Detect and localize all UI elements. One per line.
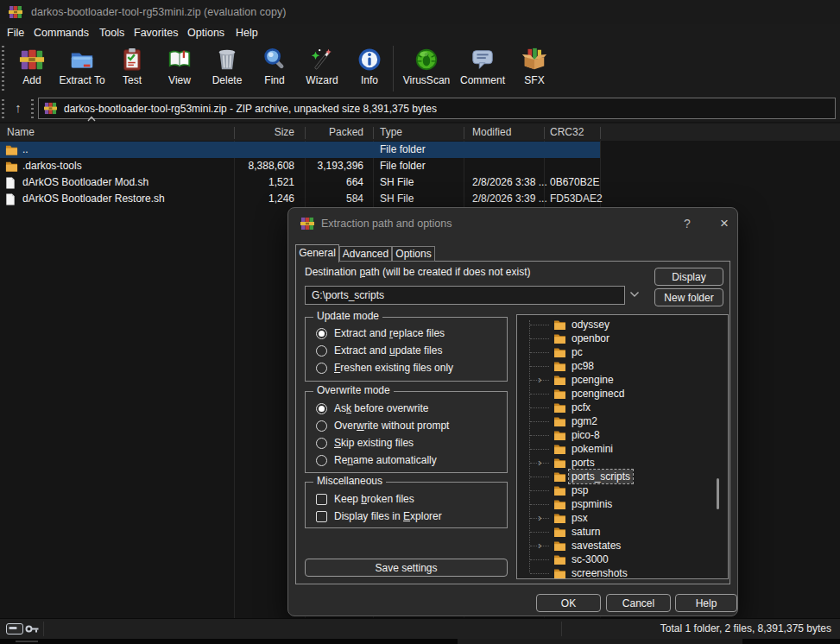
radio-skip-existing[interactable]: Skip existing files [316,436,414,450]
toolbar-button-sfx[interactable]: SFX [509,47,559,86]
tree-item-saturn[interactable]: saturn [517,525,728,539]
radio-extract-update[interactable]: Extract and update files [316,344,442,357]
tree-item-pcenginecd[interactable]: pcenginecd [517,387,728,401]
tree-item-screenshots[interactable]: screenshots [517,566,728,579]
help-button[interactable]: Help [675,594,737,612]
menu-options[interactable]: Options [187,27,224,39]
tree-connector [530,532,549,533]
cancel-button[interactable]: Cancel [606,594,671,612]
dialog-titlebar: Extraction path and options [300,217,452,230]
tab-general[interactable]: General [295,244,339,262]
background-window-fragment [458,639,742,644]
tree-connector [530,352,549,353]
toolbar-button-add[interactable]: Add [7,47,57,86]
tree-item-label: pspminis [572,497,612,511]
folder-icon [553,540,566,553]
folder-icon [553,458,566,470]
toolbar-button-find[interactable]: Find [249,47,300,86]
table-row-darkos-tools[interactable]: .darkos-tools 8,388,608 3,193,396 File f… [0,158,600,174]
tree-item-odyssey[interactable]: odyssey [517,318,728,331]
toolbar-button-test[interactable]: Test [107,47,157,86]
tree-scrollbar[interactable] [717,478,719,509]
column-modified[interactable]: Modified [472,126,511,138]
tree-item-psx[interactable]: ›psx [517,511,728,525]
combo-dropdown-icon[interactable] [629,291,640,298]
folder-icon [553,333,566,346]
disk-icon[interactable] [6,623,23,635]
tree-item-pc[interactable]: pc [517,345,728,359]
tree-item-pc98[interactable]: pc98 [517,359,728,373]
tree-item-pgm2[interactable]: pgm2 [517,414,728,428]
tab-advanced[interactable]: Advanced [339,246,392,262]
address-input[interactable]: darkos-bootloader-tool-rg53mini.zip - ZI… [38,98,836,119]
menu-bar: File Commands Tools Favorites Options He… [0,24,840,42]
new-folder-button[interactable]: New folder [654,288,723,306]
dialog-help-icon[interactable]: ? [679,215,696,232]
toolbar-button-extract-to[interactable]: Extract To [57,47,107,86]
folder-icon [553,402,566,415]
view-book-icon [167,47,193,73]
radio-overwrite-without-prompt[interactable]: Overwrite without prompt [316,419,449,432]
save-settings-button[interactable]: Save settings [305,559,508,577]
chevron-right-icon[interactable]: › [538,373,548,387]
tree-item-label: pgm2 [572,414,597,428]
column-packed[interactable]: Packed [301,126,363,138]
address-gripper[interactable] [2,99,4,118]
dialog-close-icon[interactable]: × [715,214,734,233]
tree-item-pico-8[interactable]: pico-8 [517,428,728,442]
radio-extract-replace[interactable]: Extract and replace files [316,326,445,340]
tree-item-savestates[interactable]: ›savestates [517,539,728,552]
chevron-right-icon[interactable]: › [538,456,548,470]
column-crc32[interactable]: CRC32 [550,126,584,138]
destination-path-input[interactable]: G:\ports_scripts [305,286,625,305]
tree-connector [530,449,549,450]
chevron-right-icon[interactable]: › [538,539,548,552]
checkbox-display-files-explorer[interactable]: Display files in Explorer [316,509,442,523]
toolbar-button-view[interactable]: View [155,47,205,86]
column-name[interactable]: Name [7,126,35,138]
key-icon[interactable] [25,623,40,635]
radio-ask-before-overwrite[interactable]: Ask before overwrite [316,401,428,415]
tree-item-pcfx[interactable]: pcfx [517,401,728,414]
tree-item-ports_scripts[interactable]: ports_scripts [517,470,728,483]
table-row-parent-dir[interactable]: .. File folder [0,142,600,158]
ok-button[interactable]: OK [536,594,601,612]
tree-item-openbor[interactable]: openbor [517,331,728,345]
address-gripper-2[interactable] [31,99,34,118]
menu-favorites[interactable]: Favorites [134,27,178,39]
sort-ascending-icon [86,116,97,122]
tree-item-pcengine[interactable]: ›pcengine [517,373,728,387]
menu-commands[interactable]: Commands [34,27,89,39]
tab-options[interactable]: Options [392,246,435,262]
column-size[interactable]: Size [234,126,294,138]
menu-tools[interactable]: Tools [99,27,124,39]
test-clipboard-icon [119,47,145,73]
radio-dot [316,403,327,414]
toolbar-button-comment[interactable]: Comment [457,47,508,86]
display-button[interactable]: Display [654,268,723,286]
menu-file[interactable]: File [7,27,24,39]
table-row-bootloader-restore[interactable]: dArkOS Bootloader Restore.sh 1,246 584 S… [0,191,600,207]
window-titlebar: darkos-bootloader-tool-rg53mini.zip (eva… [0,0,840,24]
radio-dot [316,328,327,339]
toolbar-gripper[interactable] [2,46,4,91]
toolbar-button-delete[interactable]: Delete [202,47,252,86]
checkbox-keep-broken-files[interactable]: Keep broken files [316,492,414,506]
radio-freshen-existing[interactable]: Freshen existing files only [316,361,453,375]
up-directory-button[interactable]: ↑ [9,98,28,118]
toolbar-button-wizard[interactable]: Wizard [297,47,347,86]
tree-item-psp[interactable]: psp [517,483,728,497]
toolbar-button-info[interactable]: Info [344,47,395,86]
tree-item-label: pc [572,345,583,359]
table-row-bootloader-mod[interactable]: dArkOS Bootloader Mod.sh 1,521 664 SH Fi… [0,174,600,191]
toolbar-button-virusscan[interactable]: VirusScan [399,47,454,86]
tree-item-pspminis[interactable]: pspminis [517,497,728,511]
tree-item-ports[interactable]: ›ports [517,456,728,470]
chevron-right-icon[interactable]: › [538,511,548,525]
column-type[interactable]: Type [380,126,402,138]
tree-item-pokemini[interactable]: pokemini [517,442,728,456]
menu-help[interactable]: Help [236,27,258,39]
tree-item-sc-3000[interactable]: sc-3000 [517,552,728,566]
toolbar: Add Extract To Test View Delete Find Wiz… [0,42,840,96]
radio-rename-automatically[interactable]: Rename automatically [316,453,437,467]
